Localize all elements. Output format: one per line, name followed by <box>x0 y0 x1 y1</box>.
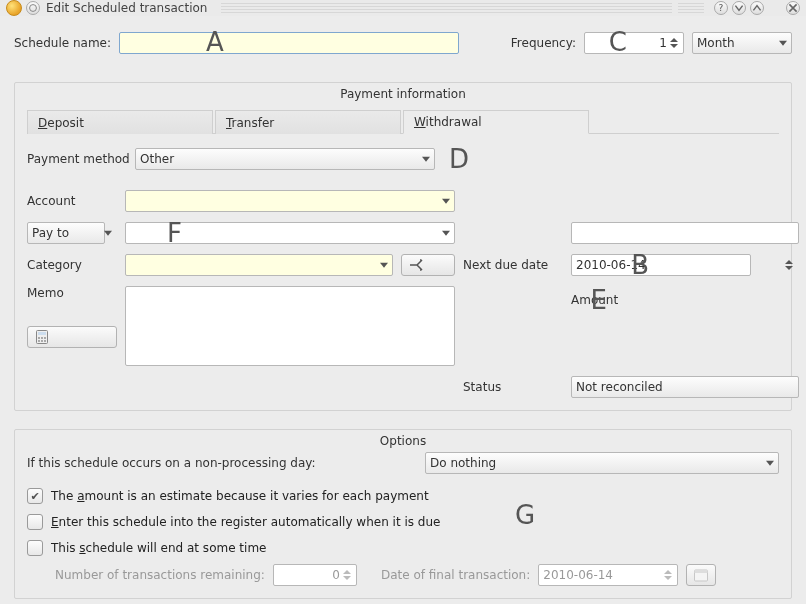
tab-transfer[interactable]: Transfer <box>215 110 401 134</box>
memo-textarea[interactable] <box>125 286 455 366</box>
chk-autoenter[interactable] <box>27 514 43 530</box>
svg-point-0 <box>30 5 37 12</box>
payment-information-legend: Payment information <box>15 87 791 101</box>
app-icon <box>6 0 22 16</box>
svg-point-17 <box>44 340 46 342</box>
npd-select[interactable]: Do nothing <box>425 452 779 474</box>
payee-combo[interactable] <box>125 222 455 244</box>
close-button[interactable] <box>786 1 800 15</box>
category-select[interactable] <box>125 254 393 276</box>
chk-willend[interactable] <box>27 540 43 556</box>
payee-number-input[interactable] <box>571 222 799 244</box>
chk-estimate-label: The amount is an estimate because it var… <box>51 489 429 503</box>
options-legend: Options <box>15 434 791 448</box>
category-label: Category <box>27 258 117 272</box>
chk-estimate[interactable] <box>27 488 43 504</box>
schedule-name-label: Schedule name: <box>14 36 111 50</box>
chk-autoenter-label: Enter this schedule into the register au… <box>51 515 440 529</box>
tab-deposit[interactable]: Deposit <box>27 110 213 134</box>
payto-selector-value: Pay to <box>32 226 69 240</box>
frequency-value-spinner[interactable] <box>584 32 684 54</box>
final-date-label: Date of final transaction: <box>381 568 530 582</box>
svg-point-13 <box>41 337 43 339</box>
frequency-unit-value: Month <box>697 36 735 50</box>
status-label: Status <box>463 380 563 394</box>
window-menu-button[interactable] <box>26 1 40 15</box>
payment-type-tabs: Deposit Transfer Withdrawal <box>27 109 779 134</box>
svg-point-12 <box>38 337 40 339</box>
shade-down-button[interactable] <box>732 1 746 15</box>
category-split-button[interactable] <box>401 254 455 276</box>
payment-method-select[interactable]: Other <box>135 148 435 170</box>
calculator-button[interactable] <box>27 326 117 348</box>
payment-method-label: Payment method <box>27 152 127 166</box>
svg-rect-11 <box>38 332 46 335</box>
titlebar: Edit Scheduled transaction ? <box>0 0 806 16</box>
frequency-label: Frequency: <box>511 36 576 50</box>
legend-d: D <box>449 144 469 174</box>
npd-value: Do nothing <box>430 456 496 470</box>
tab-transfer-rest: ransfer <box>232 116 275 130</box>
npd-label: If this schedule occurs on a non-process… <box>27 456 316 470</box>
titlebar-rule-right <box>678 3 704 13</box>
account-label: Account <box>27 194 117 208</box>
options-group: Options If this schedule occurs on a non… <box>14 429 792 599</box>
payto-selector[interactable]: Pay to <box>27 222 105 244</box>
svg-point-14 <box>44 337 46 339</box>
window-title: Edit Scheduled transaction <box>46 1 207 15</box>
shade-up-button[interactable] <box>750 1 764 15</box>
tab-deposit-rest: eposit <box>47 116 84 130</box>
frequency-unit-select[interactable]: Month <box>692 32 792 54</box>
tab-withdrawal[interactable]: Withdrawal <box>403 110 589 134</box>
schedule-name-input[interactable] <box>119 32 459 54</box>
ntr-label: Number of transactions remaining: <box>55 568 265 582</box>
final-date-calendar-button <box>686 564 716 586</box>
svg-point-16 <box>41 340 43 342</box>
final-date-input <box>538 564 678 586</box>
payment-information-group: Payment information Deposit Transfer Wit… <box>14 82 792 411</box>
payment-method-value: Other <box>140 152 174 166</box>
status-value: Not reconciled <box>576 380 663 394</box>
chk-willend-label: This schedule will end at some time <box>51 541 266 555</box>
help-titlebar-button[interactable]: ? <box>714 1 728 15</box>
amount-label: Amount <box>571 293 799 307</box>
svg-point-15 <box>38 340 40 342</box>
status-select[interactable]: Not reconciled <box>571 376 799 398</box>
svg-rect-19 <box>695 570 708 573</box>
memo-label: Memo <box>27 286 117 300</box>
titlebar-rule <box>221 3 672 13</box>
tab-withdrawal-rest: ithdrawal <box>426 115 482 129</box>
account-select[interactable] <box>125 190 455 212</box>
next-due-date-input[interactable] <box>571 254 751 276</box>
next-due-label: Next due date <box>463 258 563 272</box>
